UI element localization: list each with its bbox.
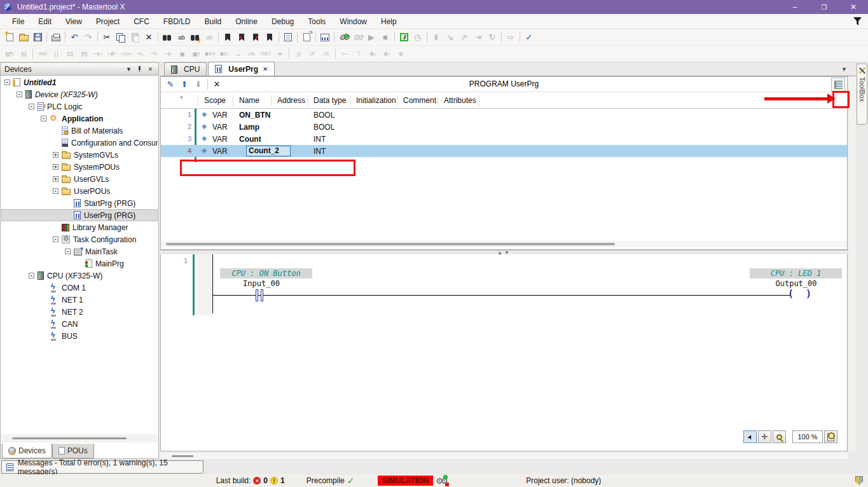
tree-node-userpous[interactable]: UserPOUs	[1, 185, 158, 197]
insert-return-icon[interactable]: ⟨RET	[259, 48, 273, 60]
stop-icon[interactable]: ■	[378, 31, 392, 44]
expander-icon[interactable]	[53, 237, 59, 242]
delete-icon[interactable]: ✕	[142, 31, 156, 44]
insert-negated-contact-icon[interactable]: ⊣/⊢	[105, 48, 119, 60]
expander-icon[interactable]	[65, 249, 71, 254]
tree-node-systemgvls[interactable]: SystemGVLs	[1, 149, 158, 161]
select-tool-button[interactable]	[743, 430, 757, 443]
maximize-button[interactable]	[809, 0, 839, 14]
add-object-icon[interactable]	[300, 31, 313, 44]
step-into-icon[interactable]: ⇘	[443, 31, 457, 44]
tree-node-task-configuration[interactable]: Task Configuration	[1, 233, 158, 245]
edge-detection-icon[interactable]: ▯P	[305, 48, 319, 60]
expander-icon[interactable]	[17, 92, 22, 97]
tree-node-net2[interactable]: NET 2	[1, 306, 158, 318]
tree-node-usergvls[interactable]: UserGVLs	[1, 173, 158, 185]
declaration-horizontal-scrollbar[interactable]	[161, 241, 847, 247]
insert-box-icon[interactable]: ▣	[175, 48, 189, 60]
expander-icon[interactable]	[53, 188, 59, 194]
redo-icon[interactable]: ↷	[81, 31, 95, 44]
tree-node-bill-of-materials[interactable]: Bill of Materials	[1, 125, 158, 137]
previous-bookmark-icon[interactable]	[235, 31, 249, 44]
menu-item[interactable]: Help	[374, 15, 404, 28]
find-icon[interactable]	[160, 31, 174, 44]
toggle-bookmark-icon[interactable]	[221, 31, 235, 44]
coil-symbol[interactable]: ( )	[788, 288, 815, 299]
copy-icon[interactable]	[114, 31, 128, 44]
expander-icon[interactable]	[29, 273, 34, 278]
step-over-icon[interactable]: ⇟	[429, 31, 443, 44]
menu-item[interactable]: File	[5, 15, 31, 28]
tree-node-maintask[interactable]: MainTask	[1, 245, 158, 257]
undo-icon[interactable]: ↶	[67, 31, 81, 44]
column-data-type[interactable]: Data type	[313, 96, 346, 105]
menu-item[interactable]: Build	[198, 15, 229, 28]
coil-operand[interactable]: Output_00	[773, 279, 820, 288]
tab-pous[interactable]: POUs	[52, 444, 94, 458]
tab-userprg[interactable]: UserPrg✕	[208, 62, 275, 76]
insert-label-icon[interactable]: LBL	[245, 48, 259, 60]
expander-icon[interactable]	[53, 176, 59, 182]
find-in-files-icon[interactable]	[188, 31, 202, 44]
menu-item[interactable]: CFC	[127, 15, 156, 28]
insert-rising-edge-contact-icon[interactable]: ⊣↑⊢	[119, 48, 133, 60]
tree-node-application[interactable]: Application	[1, 113, 158, 125]
next-bookmark-icon[interactable]	[249, 31, 263, 44]
menu-item[interactable]: FBD/LD	[156, 15, 198, 28]
insert-reset-coil-icon[interactable]: (R)	[77, 48, 91, 60]
insert-branch-below-icon[interactable]: ✻↓	[366, 48, 380, 60]
ladder-editor[interactable]: 1 CPU : ON Button Input_00 CPU : LED 1 O…	[160, 254, 848, 451]
pin-icon[interactable]	[134, 64, 145, 74]
save-icon[interactable]	[31, 31, 45, 44]
menu-item[interactable]: Online	[228, 15, 265, 28]
clear-bookmarks-icon[interactable]	[263, 31, 277, 44]
close-button[interactable]	[839, 0, 868, 14]
tree-node-can[interactable]: CAN	[1, 318, 158, 330]
expander-icon[interactable]	[29, 104, 34, 109]
insert-set-coil-icon[interactable]: (S)	[63, 48, 77, 60]
toolbox-tab[interactable]: ToolBox	[857, 64, 867, 125]
set-reset-icon[interactable]: ▯S	[319, 48, 333, 60]
panel-close-icon[interactable]: ✕	[145, 64, 156, 74]
contact-comment[interactable]: CPU : ON Button	[220, 268, 312, 278]
expander-icon[interactable]	[41, 116, 46, 121]
column-attributes[interactable]: Attributes	[444, 96, 476, 105]
run-to-cursor-icon[interactable]: ⇥	[471, 31, 485, 44]
zoom-level-select[interactable]: 100 %	[792, 430, 823, 443]
variable-row[interactable]: 3◈ VAR Count INT	[161, 133, 847, 145]
watch-expression-icon[interactable]: (x)	[17, 48, 31, 60]
tree-node-project[interactable]: Untitled1	[1, 76, 158, 88]
contact-symbol[interactable]	[256, 289, 266, 303]
properties-icon[interactable]	[281, 31, 295, 44]
recompile-icon[interactable]: ✓	[522, 31, 536, 44]
insert-parallel-negated-contact-icon[interactable]: ⊣⫟	[147, 48, 161, 60]
menu-item[interactable]: Debug	[265, 15, 301, 28]
tree-node-configuration[interactable]: Configuration and Consum	[1, 137, 158, 149]
insert-coil-icon[interactable]: ( )	[49, 48, 63, 60]
menu-item[interactable]: Tools	[301, 15, 333, 28]
textual-view-button[interactable]	[831, 78, 845, 92]
zoom-tool-button[interactable]	[773, 430, 786, 443]
paste-icon[interactable]	[128, 31, 142, 44]
coil-comment[interactable]: CPU : LED 1	[750, 268, 842, 278]
negate-icon[interactable]: ▯/	[291, 48, 305, 60]
tree-node-bus[interactable]: BUS	[1, 330, 158, 342]
edit-declaration-icon[interactable]: ▤✎	[3, 48, 17, 60]
tree-node-userprg[interactable]: UserPrg (PRG)	[1, 209, 158, 221]
expander-icon[interactable]	[4, 79, 10, 85]
pan-tool-button[interactable]	[758, 430, 771, 443]
security-shield-icon[interactable]	[855, 476, 863, 485]
tree-node-startprg[interactable]: StartPrg (PRG)	[1, 197, 158, 209]
print-icon[interactable]	[49, 31, 63, 44]
column-address[interactable]: Address	[277, 96, 305, 105]
tab-list-dropdown-icon[interactable]: ▼	[841, 66, 847, 72]
insert-contact-icon[interactable]: ⊣⊢	[91, 48, 105, 60]
collapse-icon[interactable]: ^	[180, 95, 183, 102]
contact-operand[interactable]: Input_00	[241, 279, 282, 288]
menu-item[interactable]: Project	[89, 15, 127, 28]
tree-node-systempous[interactable]: SystemPOUs	[1, 161, 158, 173]
update-parameters-icon[interactable]: ✛	[273, 48, 287, 60]
column-name[interactable]: Name	[239, 96, 259, 105]
tree-node-net1[interactable]: NET 1	[1, 294, 158, 306]
menu-item[interactable]: Edit	[31, 15, 59, 28]
